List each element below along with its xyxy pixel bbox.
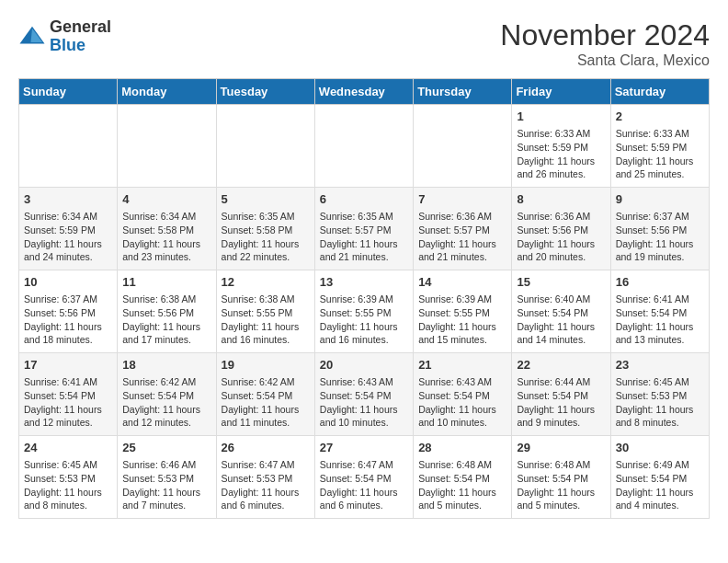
svg-marker-1 <box>31 29 43 42</box>
day-info: Sunrise: 6:49 AMSunset: 5:54 PMDaylight:… <box>616 459 694 511</box>
calendar-cell: 15Sunrise: 6:40 AMSunset: 5:54 PMDayligh… <box>512 270 610 353</box>
day-number: 7 <box>418 191 506 208</box>
day-number: 4 <box>122 191 210 208</box>
day-number: 27 <box>320 440 408 456</box>
day-info: Sunrise: 6:42 AMSunset: 5:54 PMDaylight:… <box>222 376 300 428</box>
day-info: Sunrise: 6:42 AMSunset: 5:54 PMDaylight:… <box>122 376 200 428</box>
calendar-cell: 2Sunrise: 6:33 AMSunset: 5:59 PMDaylight… <box>610 105 709 188</box>
calendar-cell: 26Sunrise: 6:47 AMSunset: 5:53 PMDayligh… <box>216 436 314 519</box>
calendar-cell <box>314 105 413 188</box>
weekday-header-wednesday: Wednesday <box>314 79 413 105</box>
weekday-header-saturday: Saturday <box>610 79 709 105</box>
day-number: 11 <box>122 274 210 291</box>
day-number: 5 <box>222 191 310 208</box>
day-number: 12 <box>222 274 310 291</box>
day-info: Sunrise: 6:44 AMSunset: 5:54 PMDaylight:… <box>517 376 595 428</box>
day-number: 30 <box>616 440 704 456</box>
title-block: November 2024 Santa Clara, Mexico <box>500 18 710 69</box>
calendar-cell: 20Sunrise: 6:43 AMSunset: 5:54 PMDayligh… <box>314 353 413 436</box>
calendar-cell: 14Sunrise: 6:39 AMSunset: 5:55 PMDayligh… <box>414 270 512 353</box>
calendar-cell: 22Sunrise: 6:44 AMSunset: 5:54 PMDayligh… <box>512 353 610 436</box>
day-number: 22 <box>517 357 605 373</box>
day-info: Sunrise: 6:34 AMSunset: 5:58 PMDaylight:… <box>122 211 200 262</box>
day-number: 2 <box>616 109 704 125</box>
weekday-header-row: SundayMondayTuesdayWednesdayThursdayFrid… <box>19 79 710 105</box>
calendar-cell: 27Sunrise: 6:47 AMSunset: 5:54 PMDayligh… <box>314 436 413 519</box>
day-number: 10 <box>24 274 112 291</box>
calendar-cell: 7Sunrise: 6:36 AMSunset: 5:57 PMDaylight… <box>414 188 512 270</box>
day-info: Sunrise: 6:39 AMSunset: 5:55 PMDaylight:… <box>320 293 398 345</box>
calendar-cell: 18Sunrise: 6:42 AMSunset: 5:54 PMDayligh… <box>118 353 216 436</box>
day-info: Sunrise: 6:45 AMSunset: 5:53 PMDaylight:… <box>616 376 694 428</box>
day-number: 25 <box>122 440 210 456</box>
logo-text: General Blue <box>50 18 111 55</box>
day-info: Sunrise: 6:47 AMSunset: 5:53 PMDaylight:… <box>222 459 300 511</box>
day-info: Sunrise: 6:36 AMSunset: 5:57 PMDaylight:… <box>418 211 496 262</box>
day-number: 29 <box>517 440 605 456</box>
calendar-cell: 25Sunrise: 6:46 AMSunset: 5:53 PMDayligh… <box>118 436 216 519</box>
logo: General Blue <box>18 18 111 55</box>
day-number: 18 <box>122 357 210 373</box>
page-header: General Blue November 2024 Santa Clara, … <box>18 18 710 69</box>
day-number: 26 <box>222 440 310 456</box>
calendar-cell: 11Sunrise: 6:38 AMSunset: 5:56 PMDayligh… <box>118 270 216 353</box>
logo-general-text: General <box>50 18 111 37</box>
day-info: Sunrise: 6:35 AMSunset: 5:58 PMDaylight:… <box>222 211 300 262</box>
calendar-cell: 3Sunrise: 6:34 AMSunset: 5:59 PMDaylight… <box>19 188 118 270</box>
weekday-header-friday: Friday <box>512 79 610 105</box>
weekday-header-monday: Monday <box>118 79 216 105</box>
calendar-cell: 12Sunrise: 6:38 AMSunset: 5:55 PMDayligh… <box>216 270 314 353</box>
day-info: Sunrise: 6:41 AMSunset: 5:54 PMDaylight:… <box>616 293 694 345</box>
calendar-body: 1Sunrise: 6:33 AMSunset: 5:59 PMDaylight… <box>19 105 710 519</box>
weekday-header-sunday: Sunday <box>19 79 118 105</box>
location-subtitle: Santa Clara, Mexico <box>500 52 710 69</box>
calendar-cell <box>19 105 118 188</box>
day-number: 23 <box>616 357 704 373</box>
day-number: 8 <box>517 191 605 208</box>
calendar-week-3: 10Sunrise: 6:37 AMSunset: 5:56 PMDayligh… <box>19 270 710 353</box>
calendar-cell: 21Sunrise: 6:43 AMSunset: 5:54 PMDayligh… <box>414 353 512 436</box>
calendar-cell: 24Sunrise: 6:45 AMSunset: 5:53 PMDayligh… <box>19 436 118 519</box>
day-info: Sunrise: 6:41 AMSunset: 5:54 PMDaylight:… <box>24 376 102 428</box>
day-number: 28 <box>418 440 506 456</box>
day-number: 3 <box>24 191 112 208</box>
calendar-cell <box>216 105 314 188</box>
calendar-cell <box>414 105 512 188</box>
day-number: 9 <box>616 191 704 208</box>
day-info: Sunrise: 6:35 AMSunset: 5:57 PMDaylight:… <box>320 211 398 262</box>
day-number: 21 <box>418 357 506 373</box>
day-info: Sunrise: 6:40 AMSunset: 5:54 PMDaylight:… <box>517 293 595 345</box>
calendar-header: SundayMondayTuesdayWednesdayThursdayFrid… <box>19 79 710 105</box>
calendar-cell: 19Sunrise: 6:42 AMSunset: 5:54 PMDayligh… <box>216 353 314 436</box>
weekday-header-thursday: Thursday <box>414 79 512 105</box>
day-number: 19 <box>222 357 310 373</box>
day-info: Sunrise: 6:43 AMSunset: 5:54 PMDaylight:… <box>418 376 496 428</box>
logo-icon <box>18 23 46 51</box>
day-info: Sunrise: 6:38 AMSunset: 5:56 PMDaylight:… <box>122 293 200 345</box>
day-number: 16 <box>616 274 704 291</box>
calendar-week-1: 1Sunrise: 6:33 AMSunset: 5:59 PMDaylight… <box>19 105 710 188</box>
day-info: Sunrise: 6:39 AMSunset: 5:55 PMDaylight:… <box>418 293 496 345</box>
day-number: 14 <box>418 274 506 291</box>
day-info: Sunrise: 6:38 AMSunset: 5:55 PMDaylight:… <box>222 293 300 345</box>
calendar-cell: 5Sunrise: 6:35 AMSunset: 5:58 PMDaylight… <box>216 188 314 270</box>
day-number: 15 <box>517 274 605 291</box>
day-info: Sunrise: 6:36 AMSunset: 5:56 PMDaylight:… <box>517 211 595 262</box>
day-info: Sunrise: 6:43 AMSunset: 5:54 PMDaylight:… <box>320 376 398 428</box>
day-number: 6 <box>320 191 408 208</box>
calendar-table: SundayMondayTuesdayWednesdayThursdayFrid… <box>18 78 710 519</box>
weekday-header-tuesday: Tuesday <box>216 79 314 105</box>
calendar-week-2: 3Sunrise: 6:34 AMSunset: 5:59 PMDaylight… <box>19 188 710 270</box>
day-info: Sunrise: 6:46 AMSunset: 5:53 PMDaylight:… <box>122 459 200 511</box>
day-info: Sunrise: 6:33 AMSunset: 5:59 PMDaylight:… <box>517 128 595 179</box>
calendar-cell: 16Sunrise: 6:41 AMSunset: 5:54 PMDayligh… <box>610 270 709 353</box>
day-info: Sunrise: 6:47 AMSunset: 5:54 PMDaylight:… <box>320 459 398 511</box>
day-info: Sunrise: 6:48 AMSunset: 5:54 PMDaylight:… <box>418 459 496 511</box>
calendar-cell: 17Sunrise: 6:41 AMSunset: 5:54 PMDayligh… <box>19 353 118 436</box>
calendar-cell: 1Sunrise: 6:33 AMSunset: 5:59 PMDaylight… <box>512 105 610 188</box>
calendar-cell: 9Sunrise: 6:37 AMSunset: 5:56 PMDaylight… <box>610 188 709 270</box>
day-info: Sunrise: 6:33 AMSunset: 5:59 PMDaylight:… <box>616 128 694 179</box>
calendar-cell: 6Sunrise: 6:35 AMSunset: 5:57 PMDaylight… <box>314 188 413 270</box>
calendar-cell: 4Sunrise: 6:34 AMSunset: 5:58 PMDaylight… <box>118 188 216 270</box>
calendar-cell: 10Sunrise: 6:37 AMSunset: 5:56 PMDayligh… <box>19 270 118 353</box>
